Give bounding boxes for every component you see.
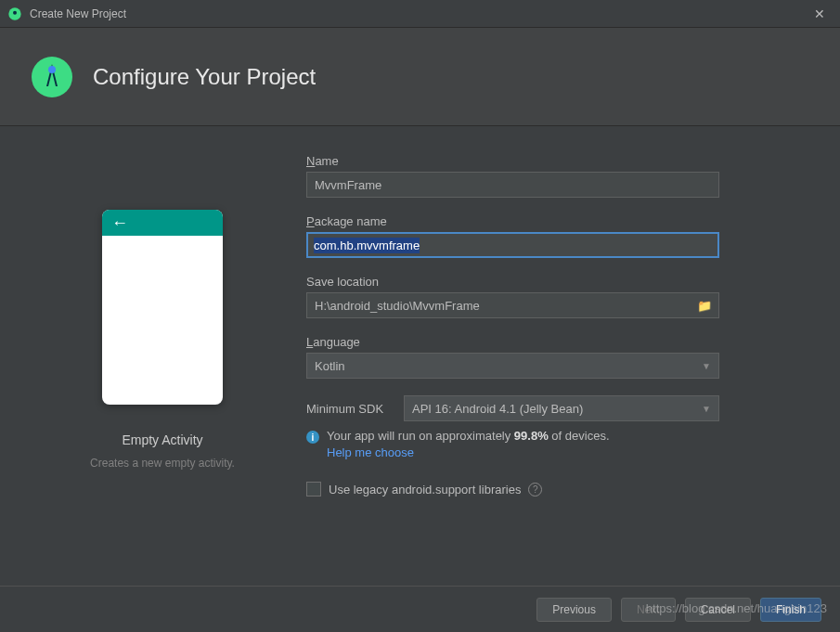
back-arrow-icon: ← xyxy=(111,213,128,233)
legacy-support-checkbox[interactable] xyxy=(306,482,321,497)
legacy-support-label: Use legacy android.support libraries xyxy=(329,483,521,497)
svg-point-1 xyxy=(13,10,17,14)
legacy-support-row: Use legacy android.support libraries ? xyxy=(306,482,812,497)
android-studio-logo-icon xyxy=(30,55,74,99)
preview-panel: ← Empty Activity Creates a new empty act… xyxy=(28,154,297,562)
name-label: Name xyxy=(306,154,812,168)
min-sdk-label: Minimum SDK xyxy=(306,402,394,416)
preview-description: Creates a new empty activity. xyxy=(90,457,235,470)
phone-preview: ← xyxy=(102,210,223,405)
name-input[interactable] xyxy=(306,172,719,198)
footer: Previous Next Cancel Finish xyxy=(0,586,840,632)
android-studio-icon xyxy=(7,6,22,21)
package-group: Package name com.hb.mvvmframe xyxy=(306,214,812,258)
header: Configure Your Project xyxy=(0,28,840,126)
page-title: Configure Your Project xyxy=(93,64,316,90)
content: ← Empty Activity Creates a new empty act… xyxy=(0,126,840,572)
language-label: Language xyxy=(306,335,812,349)
language-dropdown[interactable]: Kotlin ▼ xyxy=(306,353,719,379)
window-title: Create New Project xyxy=(30,7,807,20)
info-icon: i xyxy=(306,431,319,444)
sdk-info: i Your app will run on approximately 99.… xyxy=(306,429,812,444)
language-group: Language Kotlin ▼ xyxy=(306,335,812,379)
min-sdk-group: Minimum SDK API 16: Android 4.1 (Jelly B… xyxy=(306,395,812,459)
svg-point-2 xyxy=(32,57,72,97)
phone-appbar: ← xyxy=(102,210,223,236)
chevron-down-icon: ▼ xyxy=(702,404,711,414)
help-icon[interactable]: ? xyxy=(528,483,542,497)
save-location-input[interactable] xyxy=(306,292,719,318)
name-group: Name xyxy=(306,154,812,198)
sdk-info-text: Your app will run on approximately 99.8%… xyxy=(327,429,610,443)
preview-title: Empty Activity xyxy=(122,432,202,447)
min-sdk-dropdown[interactable]: API 16: Android 4.1 (Jelly Bean) ▼ xyxy=(404,395,719,421)
finish-button[interactable]: Finish xyxy=(760,598,821,622)
cancel-button[interactable]: Cancel xyxy=(685,598,751,622)
package-label: Package name xyxy=(306,214,812,228)
save-location-group: Save location 📁 xyxy=(306,275,812,318)
chevron-down-icon: ▼ xyxy=(702,361,711,371)
folder-icon[interactable]: 📁 xyxy=(697,299,712,313)
next-button[interactable]: Next xyxy=(621,598,676,622)
help-me-choose-link[interactable]: Help me choose xyxy=(327,445,812,459)
package-input[interactable]: com.hb.mvvmframe xyxy=(306,232,719,258)
form-panel: Name Package name com.hb.mvvmframe Save … xyxy=(297,154,812,562)
save-location-label: Save location xyxy=(306,275,812,289)
previous-button[interactable]: Previous xyxy=(536,598,612,622)
close-icon[interactable]: ✕ xyxy=(807,5,833,23)
titlebar: Create New Project ✕ xyxy=(0,0,840,28)
svg-point-3 xyxy=(48,66,56,73)
